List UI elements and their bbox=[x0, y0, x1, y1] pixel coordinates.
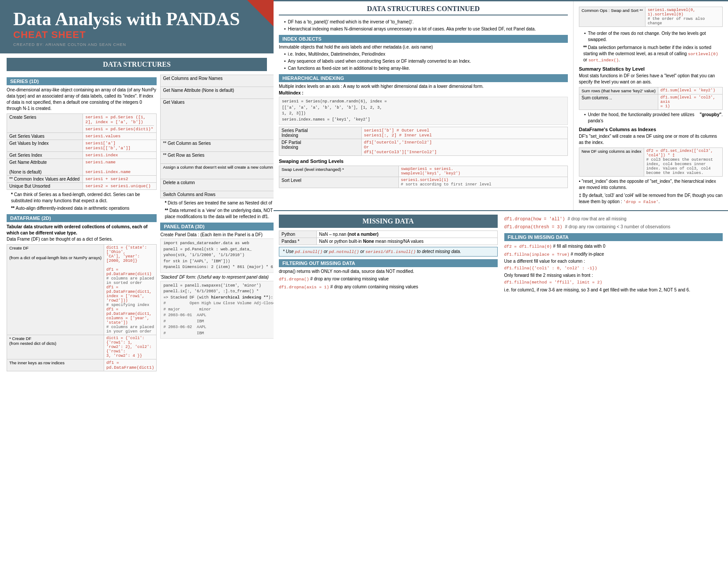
bullet-topanel: DF has a 'to_panel()' method which is th… bbox=[284, 19, 568, 25]
bullet-index3: Can functions as fixed-size set in addit… bbox=[284, 65, 568, 72]
fill3: Use a different fill value for each colu… bbox=[504, 259, 723, 264]
swap-note2: Data selection performance is much bette… bbox=[583, 45, 723, 64]
created-by: Created By: Arianne Colton and Sean Chen bbox=[13, 42, 260, 47]
index-objects-desc: Immutable objects that hold the axis lab… bbox=[279, 45, 568, 49]
bullet-hierarchical: Hierarchical indexing makes N-dimensiona… bbox=[284, 26, 568, 32]
create-series-code: series1 = pd.Series ([1,2], index = ['a'… bbox=[83, 114, 157, 133]
series-dataframe-col: SERIES (1D) One-dimensional array-like o… bbox=[7, 75, 157, 373]
table-row: ** Common Index Values are Added series1… bbox=[7, 176, 157, 183]
table-row: Create DF(from a dict of equal-length li… bbox=[7, 245, 157, 335]
series-note1: Can think of Series as a fixed-length, o… bbox=[11, 192, 157, 204]
fill5: Only forward fill the 2 missing values i… bbox=[504, 273, 723, 278]
middle-col: DATA STRUCTURES CONTINUED DF has a 'to_p… bbox=[274, 1, 574, 210]
table-row: Python NaN – np.nan (not a number) bbox=[279, 230, 498, 238]
indexing-table: Series PartialIndexing series1['b'] # Ou… bbox=[279, 127, 568, 156]
table-row: Sum rows (that have same 'key2' value) d… bbox=[579, 87, 723, 94]
series-header: SERIES (1D) bbox=[7, 77, 157, 85]
summary-stats-header: Summary Statistics by Level bbox=[579, 66, 723, 72]
fill6: df1.fillna(method = 'ffill', limit = 2) bbox=[504, 279, 723, 286]
table-row: Swap Level (level interchanged) * swapSe… bbox=[279, 166, 568, 177]
multiindex-label: Multiindex : bbox=[279, 91, 568, 95]
missing-data-header: MISSING DATA bbox=[279, 215, 498, 228]
summary-stats-desc: Most stats functions in DF or Series hav… bbox=[579, 73, 723, 85]
subtitle: CHEAT SHEET bbox=[13, 29, 260, 41]
df-columns-table: New DF using columns as index df2 = df1.… bbox=[579, 147, 723, 177]
table-row: Get Series Index series1.index bbox=[7, 152, 157, 159]
pandas-isnull-note: * Use pd.isnull() or pd.notnull() or ser… bbox=[279, 247, 498, 257]
reset-note: • "reset_index" does the opposite of "se… bbox=[579, 178, 723, 191]
table-row: Pandas * NaN or python built-in None mea… bbox=[279, 238, 498, 245]
dropna-col: df1.dropna(axis = 1) # drop any column c… bbox=[279, 283, 498, 291]
table-row: Common Ops : Swap and Sort ** series1.sw… bbox=[579, 7, 723, 27]
table-row: The inner keys as row indices df1 = pd.D… bbox=[7, 359, 157, 371]
filtering-header: FILTERING OUT MISSING DATA bbox=[279, 259, 498, 267]
multiindex-code: series1 = Series(np.random.randn(6), ind… bbox=[279, 97, 568, 125]
fill7: i.e. for column1, if row 3-6 are missing… bbox=[504, 287, 723, 293]
df-columns-header: DataFrame's Columns as Indexes bbox=[579, 127, 723, 132]
table-row: Series PartialIndexing series1['b'] # Ou… bbox=[279, 127, 568, 139]
df-columns-desc: DF's "set_index" will create a new DF us… bbox=[579, 133, 723, 146]
table-row: Sum columns .. df1.sum(level = 'col3', a… bbox=[579, 94, 723, 110]
fill2: df1.fillna(inplace = True) # modify in-p… bbox=[504, 251, 723, 258]
dagger-note: ‡ By default, 'col3' and 'col4' will be … bbox=[579, 193, 723, 205]
table-row: Sort Level series1.sortlevel(1)# sorts a… bbox=[279, 177, 568, 188]
table-row: Unique But Unsorted series2 = series1.un… bbox=[7, 183, 157, 190]
table-row: Get Values by Index series1['a']series1[… bbox=[7, 140, 157, 152]
series-table: Create Series series1 = pd.Series ([1,2]… bbox=[7, 113, 157, 190]
dataframe-header: DATAFRAME (2D) bbox=[7, 214, 157, 222]
table-row: Get Name Attribute(None is default) seri… bbox=[7, 159, 157, 176]
swapping-header: Swaping and Sorting Levels bbox=[279, 159, 568, 164]
bottom-right: df1.dropna(how = 'all') # drop row that … bbox=[504, 215, 723, 295]
filling-header: FILLING IN MISSING DATA bbox=[504, 233, 723, 241]
bullet-index2: Any sequence of labels used when constru… bbox=[284, 58, 568, 64]
table-row: Get Series Values series1.values bbox=[7, 133, 157, 140]
fill1: df2 = df1.fillna(0) # fill all missing d… bbox=[504, 243, 723, 250]
swap-note1: The order of the rows do not change. Onl… bbox=[584, 30, 723, 43]
filtering-desc: dropna() returns with ONLY non-null data… bbox=[279, 269, 498, 274]
bullet-index1: i.e. Index, MultiIndex, DatetimeIndex, P… bbox=[284, 51, 568, 57]
hierarchical-desc: Multiple index levels on an axis : A way… bbox=[279, 84, 568, 89]
dataframe-table: Create DF(from a dict of equal-length li… bbox=[7, 244, 157, 371]
series-note2: Auto-align differently-indexed data in a… bbox=[11, 205, 157, 212]
index-objects-header: INDEX OBJECTS bbox=[279, 35, 568, 43]
dropna-all: df1.dropna(how = 'all') # drop row that … bbox=[504, 215, 723, 223]
common-ops-table: Common Ops : Swap and Sort ** series1.sw… bbox=[579, 7, 723, 27]
right-panel: DATA STRUCTURES CONTINUED DF has a 'to_p… bbox=[274, 0, 728, 563]
dropna-thresh: df1.dropna(thresh = 3) # drop any row co… bbox=[504, 223, 723, 230]
series-desc: One-dimensional array-like object contai… bbox=[7, 87, 157, 112]
fill4: df1.fillna({'col1' : 0, 'col2' : -1}) bbox=[504, 264, 723, 272]
data-structures-continued-header: DATA STRUCTURES CONTINUED bbox=[279, 5, 568, 15]
right-col: Common Ops : Swap and Sort ** series1.sw… bbox=[574, 1, 728, 210]
under-hood-note: Under the hood, the functionality provid… bbox=[584, 112, 723, 124]
data-structures-header: DATA STRUCTURES bbox=[7, 58, 267, 71]
bottom-left: MISSING DATA Python NaN – np.nan (not a … bbox=[279, 215, 498, 295]
table-row: DF PartialIndexing df1['outerCol','Inner… bbox=[279, 139, 568, 156]
title-area: Data Analysis with PANDAS CHEAT SHEET Cr… bbox=[0, 0, 274, 53]
table-row: Create Series series1 = pd.Series ([1,2]… bbox=[7, 114, 157, 133]
left-panel: Data Analysis with PANDAS CHEAT SHEET Cr… bbox=[0, 0, 274, 563]
create-series-label: Create Series bbox=[7, 114, 83, 133]
right-top: DATA STRUCTURES CONTINUED DF has a 'to_p… bbox=[274, 0, 728, 210]
missing-data-table: Python NaN – np.nan (not a number) Panda… bbox=[279, 230, 498, 245]
stats-table: Sum rows (that have same 'key2' value) d… bbox=[579, 87, 723, 110]
common-ops-box: Common Ops : Swap and Sort ** series1.sw… bbox=[579, 7, 723, 27]
table-row: * Create DF(from nested dict of dicts) d… bbox=[7, 335, 157, 359]
two-col-layout: SERIES (1D) One-dimensional array-like o… bbox=[7, 75, 267, 373]
swapping-table: Swap Level (level interchanged) * swapSe… bbox=[279, 166, 568, 188]
left-content: DATA STRUCTURES SERIES (1D) One-dimensio… bbox=[0, 53, 274, 378]
dropna-row: df1.dropna() # drop any row containing m… bbox=[279, 276, 498, 283]
dataframe-desc: Tabular data structure with ordered coll… bbox=[7, 224, 157, 242]
table-row: New DF using columns as index df2 = df1.… bbox=[579, 147, 723, 176]
main-title: Data Analysis with PANDAS bbox=[13, 9, 260, 29]
right-bottom: MISSING DATA Python NaN – np.nan (not a … bbox=[274, 210, 728, 298]
hierarchical-header: HIERARCHICAL INDEXING bbox=[279, 74, 568, 82]
